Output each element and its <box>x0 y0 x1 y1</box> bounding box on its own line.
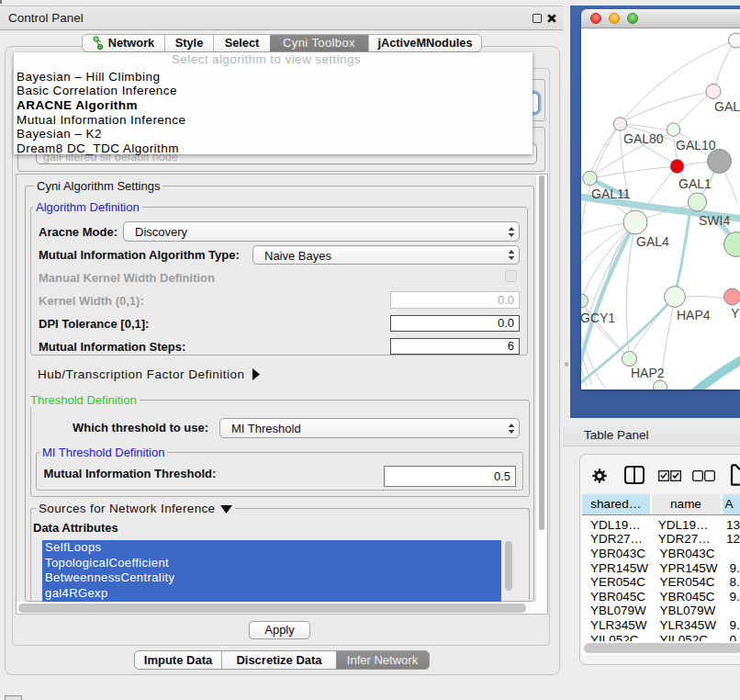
svg-text:HAP4: HAP4 <box>677 308 711 322</box>
svg-text:GAL7: GAL7 <box>714 99 740 114</box>
svg-text:GAL11: GAL11 <box>591 186 631 201</box>
svg-text:GAL80: GAL80 <box>623 131 664 146</box>
svg-text:GAL4: GAL4 <box>636 234 669 249</box>
svg-text:GAL10: GAL10 <box>676 138 716 152</box>
svg-text:SWI4: SWI4 <box>699 213 730 228</box>
svg-text:GAL1: GAL1 <box>678 176 712 191</box>
svg-text:HAP2: HAP2 <box>631 366 665 380</box>
svg-text:GCY1: GCY1 <box>581 310 615 325</box>
svg-text:YE: YE <box>731 306 740 321</box>
